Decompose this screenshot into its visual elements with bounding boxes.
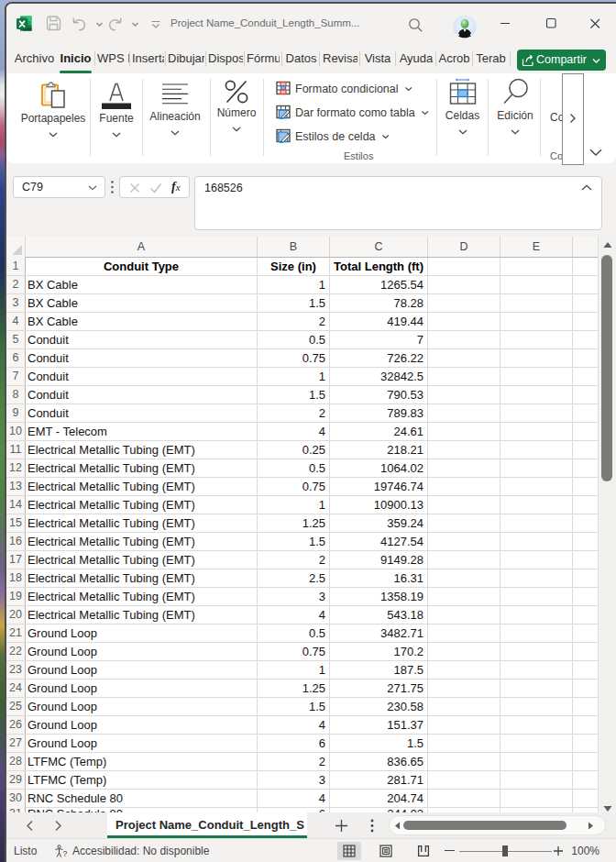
svg-text:?: ? xyxy=(63,849,68,858)
